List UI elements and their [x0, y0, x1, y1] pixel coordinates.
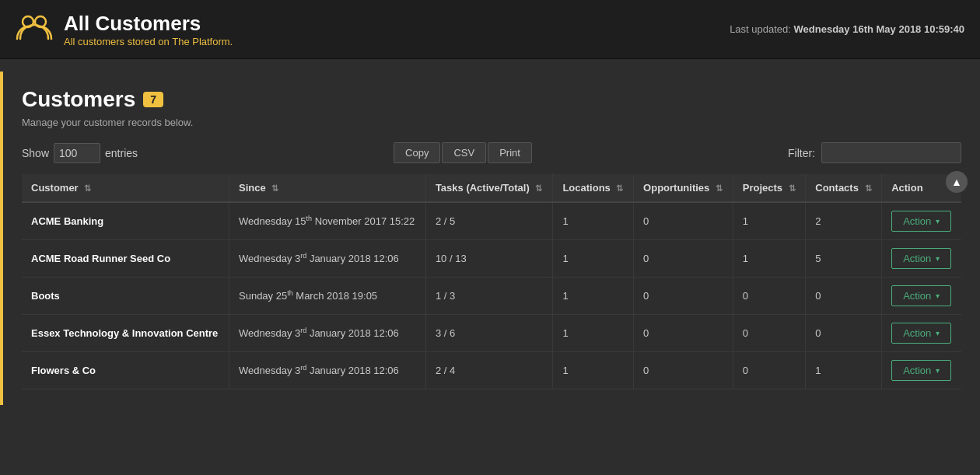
- sort-icon-contacts: ⇅: [865, 183, 872, 194]
- toolbar-center: Copy CSV Print: [394, 142, 532, 163]
- cell-customer-0: ACME Banking: [22, 202, 229, 240]
- sort-icon-opportunities: ⇅: [716, 183, 723, 194]
- header-title: All Customers All customers stored on Th…: [64, 12, 233, 47]
- sort-icon-customer: ⇅: [84, 183, 91, 194]
- col-tasks[interactable]: Tasks (Active/Total) ⇅: [425, 174, 553, 202]
- cell-tasks-3: 3 / 6: [425, 315, 553, 352]
- scroll-up-button[interactable]: ▲: [946, 171, 968, 193]
- header-last-updated: Last updated: Wednesday 16th May 2018 10…: [730, 23, 964, 35]
- header: All Customers All customers stored on Th…: [0, 0, 980, 59]
- app-subtitle: All customers stored on The Platform.: [64, 36, 233, 47]
- col-since[interactable]: Since ⇅: [229, 174, 426, 202]
- cell-locations-1: 1: [553, 240, 634, 278]
- page-title-row: Customers 7: [22, 87, 961, 112]
- cell-action-2: Action ▾: [882, 278, 961, 315]
- action-caret-3: ▾: [936, 329, 940, 337]
- table-row: Boots Sunday 25th March 2018 19:05 1 / 3…: [22, 278, 961, 315]
- cell-tasks-2: 1 / 3: [425, 278, 553, 315]
- cell-since-2: Sunday 25th March 2018 19:05: [229, 278, 426, 315]
- action-caret-0: ▾: [936, 217, 940, 225]
- col-opportunities[interactable]: Opportunities ⇅: [634, 174, 733, 202]
- cell-contacts-0: 2: [806, 202, 882, 240]
- cell-opportunities-1: 0: [634, 240, 733, 278]
- header-left: All Customers All customers stored on Th…: [16, 9, 233, 49]
- cell-opportunities-0: 0: [634, 202, 733, 240]
- col-customer[interactable]: Customer ⇅: [22, 174, 229, 202]
- entries-input[interactable]: [54, 143, 100, 163]
- cell-contacts-3: 0: [806, 315, 882, 352]
- col-projects[interactable]: Projects ⇅: [733, 174, 806, 202]
- sort-icon-projects: ⇅: [789, 183, 796, 194]
- cell-action-1: Action ▾: [882, 240, 961, 278]
- action-caret-1: ▾: [936, 254, 940, 263]
- sort-icon-since: ⇅: [271, 183, 278, 194]
- toolbar-right: Filter:: [788, 142, 961, 163]
- toolbar: Show entries Copy CSV Print Filter:: [22, 142, 961, 163]
- table-header-row: Customer ⇅ Since ⇅ Tasks (Active/Total) …: [22, 174, 961, 202]
- table-row: Essex Technology & Innovation Centre Wed…: [22, 315, 961, 352]
- cell-customer-2: Boots: [22, 278, 229, 315]
- cell-opportunities-2: 0: [634, 278, 733, 315]
- page-subtitle: Manage your customer records below.: [22, 117, 961, 128]
- action-button-1[interactable]: Action ▾: [891, 248, 951, 269]
- action-button-2[interactable]: Action ▾: [891, 285, 951, 306]
- cell-since-1: Wednesday 3rd January 2018 12:06: [229, 240, 426, 278]
- cell-locations-3: 1: [553, 315, 634, 352]
- copy-button[interactable]: Copy: [394, 142, 440, 163]
- cell-action-4: Action ▾: [882, 352, 961, 389]
- action-button-3[interactable]: Action ▾: [891, 323, 951, 344]
- cell-projects-4: 0: [733, 352, 806, 389]
- cell-opportunities-4: 0: [634, 352, 733, 389]
- cell-action-0: Action ▾: [882, 202, 961, 240]
- cell-tasks-0: 2 / 5: [425, 202, 553, 240]
- cell-since-3: Wednesday 3rd January 2018 12:06: [229, 315, 426, 352]
- cell-tasks-4: 2 / 4: [425, 352, 553, 389]
- sort-icon-tasks: ⇅: [535, 183, 542, 194]
- cell-customer-1: ACME Road Runner Seed Co: [22, 240, 229, 278]
- cell-locations-4: 1: [553, 352, 634, 389]
- filter-label: Filter:: [788, 147, 815, 159]
- print-button[interactable]: Print: [488, 142, 532, 163]
- show-label: Show: [22, 147, 49, 159]
- cell-locations-0: 1: [553, 202, 634, 240]
- cell-projects-0: 1: [733, 202, 806, 240]
- action-button-4[interactable]: Action ▾: [891, 360, 951, 381]
- filter-input[interactable]: [821, 142, 961, 163]
- entries-label: entries: [105, 147, 138, 159]
- table-row: Flowers & Co Wednesday 3rd January 2018 …: [22, 352, 961, 389]
- col-contacts[interactable]: Contacts ⇅: [806, 174, 882, 202]
- cell-projects-3: 0: [733, 315, 806, 352]
- cell-customer-3: Essex Technology & Innovation Centre: [22, 315, 229, 352]
- cell-projects-2: 0: [733, 278, 806, 315]
- app-title: All Customers: [64, 12, 233, 36]
- cell-contacts-1: 5: [806, 240, 882, 278]
- cell-locations-2: 1: [553, 278, 634, 315]
- sort-icon-locations: ⇅: [616, 183, 623, 194]
- table-row: ACME Banking Wednesday 15th November 201…: [22, 202, 961, 240]
- page-title: Customers: [22, 87, 135, 112]
- cell-since-4: Wednesday 3rd January 2018 12:06: [229, 352, 426, 389]
- cell-opportunities-3: 0: [634, 315, 733, 352]
- action-button-0[interactable]: Action ▾: [891, 211, 951, 232]
- cell-since-0: Wednesday 15th November 2017 15:22: [229, 202, 426, 240]
- customer-count-badge: 7: [143, 92, 163, 107]
- cell-contacts-2: 0: [806, 278, 882, 315]
- cell-customer-4: Flowers & Co: [22, 352, 229, 389]
- main-content: Customers 7 Manage your customer records…: [0, 72, 980, 405]
- action-caret-4: ▾: [936, 366, 940, 375]
- cell-action-3: Action ▾: [882, 315, 961, 352]
- customers-icon: [16, 9, 53, 49]
- customers-table-wrap: Customer ⇅ Since ⇅ Tasks (Active/Total) …: [22, 174, 961, 389]
- col-locations[interactable]: Locations ⇅: [553, 174, 634, 202]
- customers-table: Customer ⇅ Since ⇅ Tasks (Active/Total) …: [22, 174, 961, 389]
- table-row: ACME Road Runner Seed Co Wednesday 3rd J…: [22, 240, 961, 278]
- cell-contacts-4: 1: [806, 352, 882, 389]
- toolbar-left: Show entries: [22, 143, 138, 163]
- cell-projects-1: 1: [733, 240, 806, 278]
- csv-button[interactable]: CSV: [442, 142, 486, 163]
- cell-tasks-1: 10 / 13: [425, 240, 553, 278]
- action-caret-2: ▾: [936, 292, 940, 300]
- last-updated-value: Wednesday 16th May 2018 10:59:40: [794, 23, 964, 35]
